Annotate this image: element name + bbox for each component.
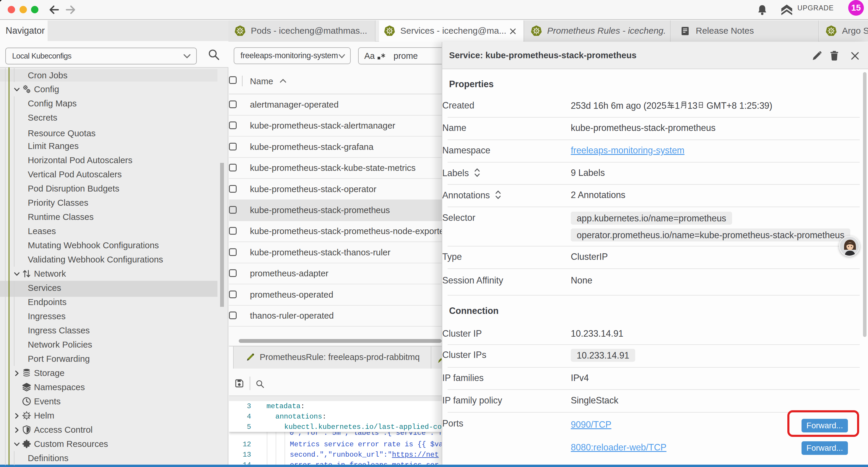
svg-text:HELM: HELM <box>24 415 30 417</box>
